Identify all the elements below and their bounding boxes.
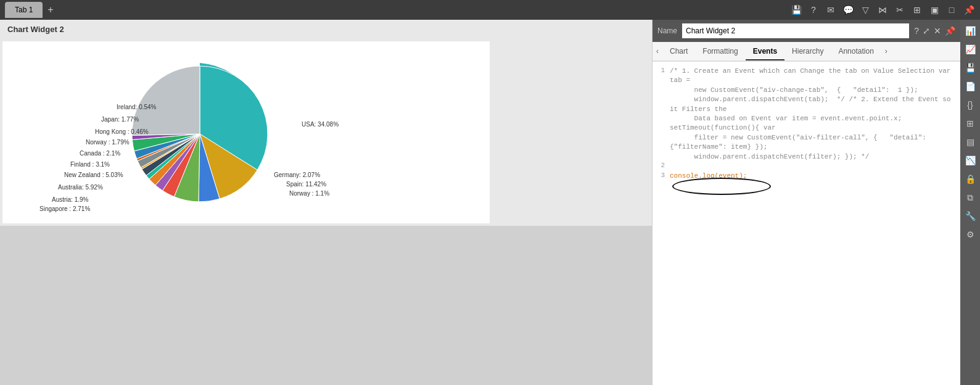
line-content-1: /* 1. Create an Event which can Change t… bbox=[670, 67, 960, 162]
line-number-1: 1 bbox=[653, 67, 670, 162]
expand-icon[interactable]: ⤢ bbox=[923, 26, 930, 36]
tab-1[interactable]: Tab 1 bbox=[5, 2, 43, 18]
right-panel-header: Name ? ⤢ ✕ 📌 bbox=[653, 20, 960, 42]
code-line-2: 2 bbox=[653, 162, 960, 172]
sidebar-icon-doc[interactable]: 📄 bbox=[961, 78, 979, 95]
sidebar-icon-save[interactable]: 💾 bbox=[961, 59, 979, 77]
code-editor[interactable]: 1 /* 1. Create an Event which can Change… bbox=[653, 62, 960, 385]
save-icon[interactable]: 💾 bbox=[790, 4, 802, 16]
right-panel: Name ? ⤢ ✕ 📌 ‹ Chart Formatting Events H… bbox=[652, 20, 960, 385]
header-action-icons: ? ⤢ ✕ 📌 bbox=[914, 26, 955, 36]
sidebar-icon-lock[interactable]: 🔒 bbox=[961, 170, 979, 188]
sidebar-icon-grid[interactable]: ⊞ bbox=[961, 115, 979, 132]
tab-annotation[interactable]: Annotation bbox=[831, 43, 881, 60]
top-toolbar: Tab 1 + 💾 ? ✉ 💬 ▽ ⋈ ✂ ⊞ ▣ □ 📌 bbox=[0, 0, 980, 20]
label-singapore: Singapore : 2.71% bbox=[39, 205, 90, 212]
help-icon[interactable]: ? bbox=[807, 4, 820, 16]
tabs-nav-left[interactable]: ‹ bbox=[653, 44, 662, 58]
comment-icon[interactable]: 💬 bbox=[842, 4, 854, 16]
label-usa: USA: 34.08% bbox=[302, 121, 339, 128]
sidebar-icon-bar[interactable]: 📈 bbox=[961, 41, 979, 58]
code-line-3: 3 console.log(event); bbox=[653, 172, 960, 181]
pie-chart-svg: USA: 34.08% Spain: 11.42% Norway : 1.1% … bbox=[9, 48, 490, 214]
label-germany: Germany: 2.07% bbox=[274, 172, 320, 178]
sidebar-icon-layers[interactable]: ⧉ bbox=[961, 189, 979, 206]
sidebar-icon-braces[interactable]: {} bbox=[961, 96, 979, 114]
pie-container: USA: 34.08% Spain: 11.42% Norway : 1.1% … bbox=[9, 48, 484, 217]
sidebar-icon-tool[interactable]: 🔧 bbox=[961, 207, 979, 225]
label-australia: Australia: 5.92% bbox=[58, 184, 103, 191]
tab-bar: Tab 1 + bbox=[5, 2, 57, 18]
split-icon[interactable]: ▣ bbox=[928, 4, 941, 16]
label-austria: Austria: 1.9% bbox=[52, 196, 89, 203]
close-icon[interactable]: ✕ bbox=[934, 26, 941, 36]
label-canada: Canada : 2.1% bbox=[80, 150, 120, 157]
label-norway: Norway : 1.79% bbox=[86, 139, 130, 146]
label-spain: Spain: 11.42% bbox=[286, 181, 326, 188]
sidebar-icon-line-chart[interactable]: 📉 bbox=[961, 152, 979, 169]
tab-chart[interactable]: Chart bbox=[662, 43, 695, 60]
bottom-area bbox=[0, 226, 652, 385]
funnel-icon[interactable]: ⋈ bbox=[876, 4, 889, 16]
sidebar-icon-settings[interactable]: ⚙ bbox=[961, 226, 979, 243]
left-panel: Chart Widget 2 USA: 34.08% Spain: 11.42%… bbox=[0, 20, 652, 385]
line-number-3: 3 bbox=[653, 172, 670, 181]
label-norway-r: Norway : 1.1% bbox=[289, 190, 329, 197]
toolbar-icons: 💾 ? ✉ 💬 ▽ ⋈ ✂ ⊞ ▣ □ 📌 bbox=[790, 4, 975, 16]
line-number-2: 2 bbox=[653, 162, 670, 172]
frame-icon[interactable]: □ bbox=[945, 4, 958, 16]
tab-add-button[interactable]: + bbox=[44, 4, 57, 15]
label-nz: New Zealand : 5.03% bbox=[64, 172, 123, 178]
pin-icon[interactable]: 📌 bbox=[963, 4, 975, 16]
panel-tabs-row: ‹ Chart Formatting Events Hierarchy Anno… bbox=[653, 42, 960, 62]
sidebar-icon-table[interactable]: ▤ bbox=[961, 133, 979, 151]
label-hongkong: Hong Kong : 0.46% bbox=[95, 128, 149, 135]
sidebar-icon-chart[interactable]: 📊 bbox=[961, 22, 979, 39]
pin-right-icon[interactable]: 📌 bbox=[945, 26, 955, 36]
label-japan: Japan: 1.77% bbox=[101, 116, 139, 123]
code-line-1: 1 /* 1. Create an Event which can Change… bbox=[653, 67, 960, 162]
grid-icon[interactable]: ⊞ bbox=[911, 4, 923, 16]
mail-icon[interactable]: ✉ bbox=[825, 4, 837, 16]
tab-events[interactable]: Events bbox=[746, 43, 784, 60]
help-header-icon[interactable]: ? bbox=[914, 26, 919, 36]
widget-name-input[interactable] bbox=[682, 23, 909, 38]
tab-hierarchy[interactable]: Hierarchy bbox=[784, 43, 831, 60]
filter-icon[interactable]: ▽ bbox=[859, 4, 871, 16]
name-label: Name bbox=[657, 27, 677, 35]
chart-area: USA: 34.08% Spain: 11.42% Norway : 1.1% … bbox=[2, 41, 490, 223]
label-finland: Finland : 3.1% bbox=[70, 161, 110, 168]
tabs-nav-right[interactable]: › bbox=[881, 44, 891, 58]
right-sidebar: 📊 📈 💾 📄 {} ⊞ ▤ 📉 🔒 ⧉ 🔧 ⚙ bbox=[960, 20, 980, 385]
scissors-icon[interactable]: ✂ bbox=[894, 4, 906, 16]
widget-title: Chart Widget 2 bbox=[0, 20, 652, 39]
tab-formatting[interactable]: Formatting bbox=[695, 43, 745, 60]
line-content-3: console.log(event); bbox=[670, 172, 747, 181]
main-content: Chart Widget 2 USA: 34.08% Spain: 11.42%… bbox=[0, 20, 980, 385]
label-ireland: Ireland: 0.54% bbox=[117, 104, 157, 110]
